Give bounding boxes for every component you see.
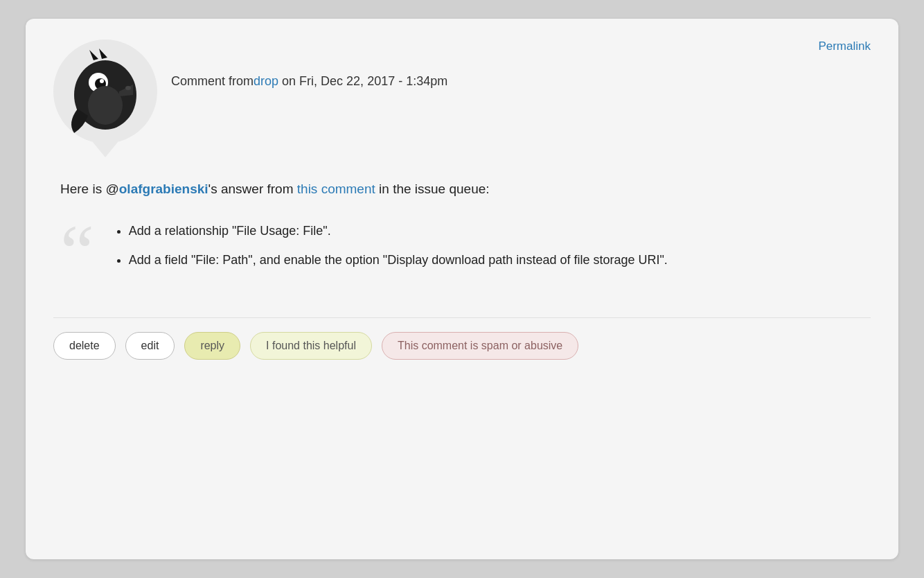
reply-button[interactable]: reply (184, 332, 240, 360)
quote-block: “ Add a relationship "File Usage: File".… (60, 220, 864, 290)
actions-bar: delete edit reply I found this helpful T… (53, 317, 871, 360)
avatar-wrapper (53, 40, 157, 159)
comment-meta: Comment from drop on Fri, Dec 22, 2017 -… (171, 74, 447, 89)
comment-prefix: Comment from (171, 74, 254, 89)
quote-mark-icon: “ (60, 213, 94, 290)
comment-intro: Here is @olafgrabienski's answer from th… (60, 179, 864, 200)
comment-body: Here is @olafgrabienski's answer from th… (53, 179, 871, 290)
helpful-button[interactable]: I found this helpful (250, 332, 372, 360)
svg-marker-6 (99, 49, 107, 59)
list-item: Add a field "File: Path", and enable the… (129, 249, 668, 271)
svg-point-7 (125, 86, 131, 90)
edit-button[interactable]: edit (125, 332, 175, 360)
commenter-link[interactable]: drop (254, 74, 278, 89)
permalink-link[interactable]: Permalink (818, 40, 871, 53)
avatar-pointer (93, 142, 118, 157)
comment-date: on Fri, Dec 22, 2017 - 1:34pm (278, 74, 447, 89)
svg-point-3 (100, 79, 104, 83)
svg-marker-5 (89, 50, 98, 60)
comment-link[interactable]: this comment (297, 182, 375, 196)
spam-button[interactable]: This comment is spam or abusive (382, 332, 578, 360)
svg-point-8 (88, 86, 123, 125)
delete-button[interactable]: delete (53, 332, 116, 360)
avatar (53, 40, 157, 143)
comment-card: Permalink (26, 19, 898, 559)
avatar-image (60, 46, 150, 137)
comment-header: Comment from drop on Fri, Dec 22, 2017 -… (53, 40, 871, 159)
list-item: Add a relationship "File Usage: File". (129, 220, 668, 242)
quote-list: Add a relationship "File Usage: File". A… (129, 220, 668, 271)
mention-link[interactable]: olafgrabienski (119, 182, 208, 196)
quote-content: Add a relationship "File Usage: File". A… (115, 220, 668, 279)
